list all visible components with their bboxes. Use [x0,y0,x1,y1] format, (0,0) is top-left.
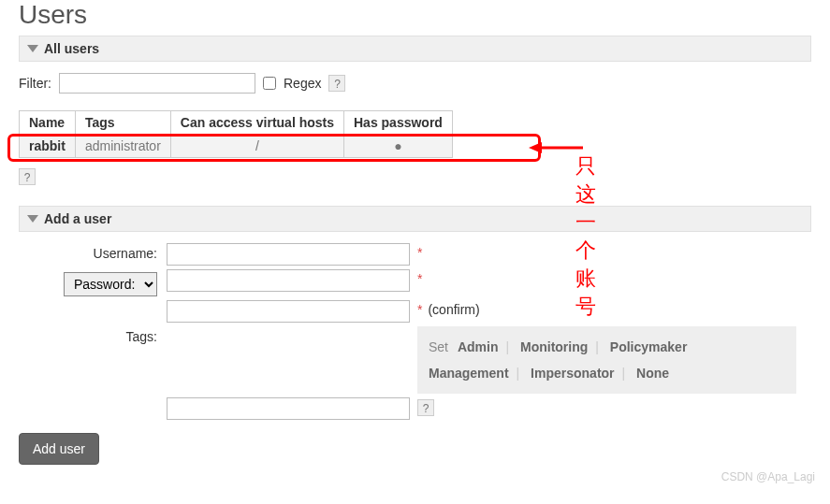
section-all-users[interactable]: All users [19,36,811,62]
chevron-down-icon [27,45,38,52]
tag-option-none[interactable]: None [636,366,669,381]
required-mark: * [417,245,422,260]
users-table: Name Tags Can access virtual hosts Has p… [19,110,453,158]
required-mark: * [417,302,422,317]
regex-label: Regex [284,76,321,91]
password-type-select[interactable]: Password: [64,272,157,296]
section-add-user[interactable]: Add a user [19,206,811,232]
add-user-button[interactable]: Add user [19,433,99,465]
tags-help-icon[interactable]: ? [417,399,434,416]
tag-option-monitoring[interactable]: Monitoring [520,339,588,354]
set-label: Set [429,339,448,354]
watermark: CSDN @Apa_Lagi [721,470,815,483]
section-add-user-label: Add a user [44,211,111,226]
cell-password: ● [344,135,453,158]
table-header-row: Name Tags Can access virtual hosts Has p… [20,111,453,135]
tags-label: Tags: [19,326,167,344]
svg-marker-1 [529,142,542,153]
confirm-label: (confirm) [428,302,479,317]
cell-tags: administrator [75,135,170,158]
username-input[interactable] [167,243,410,266]
tag-option-policymaker[interactable]: Policymaker [610,339,688,354]
tag-option-management[interactable]: Management [429,366,509,381]
section-all-users-label: All users [44,41,99,56]
page-title: Users [19,0,811,30]
tag-option-impersonator[interactable]: Impersonator [531,366,614,381]
col-password: Has password [344,111,453,135]
table-row[interactable]: rabbit administrator / ● [20,135,453,158]
tag-option-admin[interactable]: Admin [458,339,499,354]
tags-quickset-panel: Set Admin| Monitoring| Policymaker Manag… [417,326,796,394]
cell-vhosts: / [170,135,343,158]
tags-input[interactable] [167,397,410,420]
chevron-down-icon [27,215,38,223]
cell-name: rabbit [20,135,76,158]
table-help-icon[interactable]: ? [19,168,36,185]
username-label: Username: [19,243,167,261]
col-vhosts: Can access virtual hosts [170,111,343,135]
password-input[interactable] [167,269,410,292]
col-name: Name [20,111,76,135]
filter-help-icon[interactable]: ? [328,75,345,92]
filter-label: Filter: [19,76,51,91]
regex-checkbox[interactable] [263,77,276,90]
confirm-password-input[interactable] [167,300,410,323]
col-tags: Tags [75,111,170,135]
annotation-text: 只这一个账号 [575,152,596,321]
required-mark: * [417,271,422,286]
filter-input[interactable] [59,73,255,94]
